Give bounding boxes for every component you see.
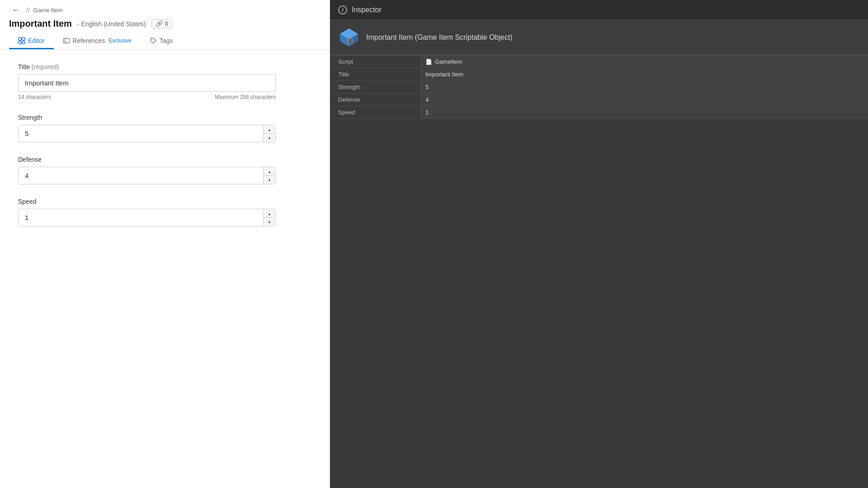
title-required: (required): [32, 63, 59, 70]
svg-text:{}: {}: [346, 37, 354, 44]
svg-rect-5: [65, 38, 70, 43]
inspector-row-speed: Speed 1: [330, 106, 868, 119]
inspector-val-defense: 4: [420, 94, 868, 106]
inspector-panel: i Inspector {} Important Item (Game Item…: [330, 0, 868, 488]
inspector-key-title: Title: [330, 68, 420, 80]
down-arrow-icon: [268, 220, 271, 225]
inspector-object-header: {} Important Item (Game Item Scriptable …: [330, 20, 868, 55]
item-title: Important Item: [9, 19, 72, 29]
tab-references[interactable]: References Exclusive: [54, 33, 141, 49]
editor-content: Title (required) 14 characters Maximum 2…: [0, 50, 330, 488]
down-arrow-icon: [268, 178, 271, 183]
tab-exclusive-label: Exclusive: [108, 38, 132, 44]
grid-icon: [18, 37, 25, 44]
tabs-row: Editor References Exclusive Tags: [9, 33, 321, 49]
char-count: 14 characters: [18, 94, 51, 100]
tab-tags-label: Tags: [160, 37, 173, 44]
strength-down-button[interactable]: [264, 134, 275, 142]
inspector-title: Inspector: [352, 6, 382, 14]
ref-icon: [63, 37, 70, 44]
defense-spinner: [263, 167, 275, 184]
title-field-label: Title (required): [18, 63, 311, 70]
defense-input-wrapper: [18, 167, 276, 184]
strength-up-button[interactable]: [264, 125, 275, 134]
tab-tags[interactable]: Tags: [141, 33, 182, 49]
defense-field-group: Defense: [18, 156, 311, 184]
breadcrumb-separator: //: [26, 7, 30, 14]
info-icon: i: [338, 5, 347, 14]
defense-up-button[interactable]: [264, 167, 275, 176]
inspector-val-script: 📄 GameItem: [420, 56, 868, 68]
up-arrow-icon: [268, 211, 271, 216]
inspector-fields: Script 📄 GameItem Title Important Item S…: [330, 55, 868, 119]
speed-field-label: Speed: [18, 198, 311, 205]
unity-cube-icon: {}: [338, 27, 360, 48]
title-input[interactable]: [18, 74, 276, 92]
char-info: 14 characters Maximum 256 characters: [18, 94, 276, 100]
inspector-key-speed: Speed: [330, 106, 420, 118]
breadcrumb-parent: Game Item: [33, 7, 62, 14]
up-arrow-icon: [268, 169, 271, 174]
up-arrow-icon: [268, 127, 271, 132]
strength-input[interactable]: [19, 125, 263, 142]
title-row: Important Item - English (United States)…: [9, 19, 321, 29]
inspector-row-title: Title Important Item: [330, 68, 868, 81]
strength-spinner: [263, 125, 275, 142]
inspector-val-strength: 5: [420, 81, 868, 93]
speed-down-button[interactable]: [264, 218, 275, 226]
inspector-val-speed: 1: [420, 106, 868, 118]
svg-rect-2: [19, 41, 21, 44]
svg-rect-3: [22, 41, 25, 44]
speed-spinner: [263, 209, 275, 226]
tab-editor[interactable]: Editor: [9, 33, 54, 49]
speed-field-group: Speed: [18, 198, 311, 226]
speed-up-button[interactable]: [264, 209, 275, 218]
inspector-object-name: Important Item (Game Item Scriptable Obj…: [366, 33, 513, 42]
inspector-val-title: Important Item: [420, 68, 868, 80]
inspector-header: i Inspector: [330, 0, 868, 20]
link-badge[interactable]: 🔗 0: [151, 19, 172, 28]
tab-editor-label: Editor: [28, 37, 45, 44]
script-file-icon: 📄: [425, 59, 432, 65]
link-count: 0: [165, 20, 168, 27]
svg-rect-0: [19, 38, 21, 40]
inspector-row-defense: Defense 4: [330, 94, 868, 106]
title-field-group: Title (required) 14 characters Maximum 2…: [18, 63, 311, 100]
strength-field-group: Strength: [18, 114, 311, 142]
tab-references-label: References: [73, 37, 105, 44]
defense-down-button[interactable]: [264, 176, 275, 184]
defense-input[interactable]: [19, 167, 263, 184]
strength-field-label: Strength: [18, 114, 311, 121]
max-chars: Maximum 256 characters: [215, 94, 276, 100]
tag-icon: [150, 37, 157, 44]
inspector-key-defense: Defense: [330, 94, 420, 106]
speed-input[interactable]: [19, 209, 263, 226]
inspector-row-script: Script 📄 GameItem: [330, 55, 868, 68]
locale-label: - English (United States): [77, 20, 146, 28]
inspector-key-script: Script: [330, 56, 420, 68]
svg-rect-1: [22, 38, 25, 40]
defense-field-label: Defense: [18, 156, 311, 163]
inspector-row-strength: Strength 5: [330, 81, 868, 94]
inspector-key-strength: Strength: [330, 81, 420, 93]
down-arrow-icon: [268, 136, 271, 141]
breadcrumb-row: ← // Game Item: [9, 5, 321, 16]
strength-input-wrapper: [18, 125, 276, 142]
link-icon: 🔗: [156, 20, 163, 27]
speed-input-wrapper: [18, 209, 276, 226]
editor-header: ← // Game Item Important Item - English …: [0, 0, 330, 50]
back-button[interactable]: ←: [9, 5, 23, 16]
left-panel: ← // Game Item Important Item - English …: [0, 0, 330, 488]
svg-point-6: [151, 39, 152, 40]
